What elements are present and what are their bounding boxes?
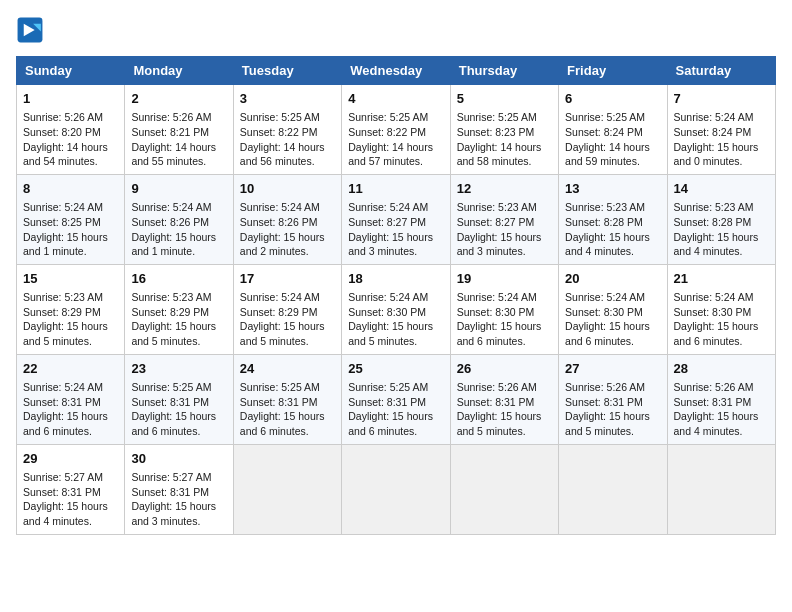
calendar-cell-empty [450, 444, 558, 534]
logo-icon [16, 16, 44, 44]
sunrise-text: Sunrise: 5:24 AM [23, 201, 103, 213]
sunset-text: Sunset: 8:31 PM [23, 396, 101, 408]
sunset-text: Sunset: 8:31 PM [348, 396, 426, 408]
daylight-text: Daylight: 14 hours and 59 minutes. [565, 141, 650, 168]
sunset-text: Sunset: 8:29 PM [240, 306, 318, 318]
sunrise-text: Sunrise: 5:24 AM [240, 201, 320, 213]
sunset-text: Sunset: 8:21 PM [131, 126, 209, 138]
daylight-text: Daylight: 15 hours and 1 minute. [131, 231, 216, 258]
sunrise-text: Sunrise: 5:24 AM [23, 381, 103, 393]
daylight-text: Daylight: 15 hours and 5 minutes. [348, 320, 433, 347]
calendar-cell: 30Sunrise: 5:27 AMSunset: 8:31 PMDayligh… [125, 444, 233, 534]
daylight-text: Daylight: 14 hours and 54 minutes. [23, 141, 108, 168]
day-number: 4 [348, 90, 443, 108]
sunrise-text: Sunrise: 5:26 AM [131, 111, 211, 123]
calendar-cell: 26Sunrise: 5:26 AMSunset: 8:31 PMDayligh… [450, 354, 558, 444]
calendar-cell: 16Sunrise: 5:23 AMSunset: 8:29 PMDayligh… [125, 264, 233, 354]
daylight-text: Daylight: 15 hours and 6 minutes. [674, 320, 759, 347]
sunset-text: Sunset: 8:31 PM [457, 396, 535, 408]
daylight-text: Daylight: 15 hours and 5 minutes. [240, 320, 325, 347]
sunrise-text: Sunrise: 5:25 AM [131, 381, 211, 393]
day-number: 19 [457, 270, 552, 288]
day-number: 27 [565, 360, 660, 378]
daylight-text: Daylight: 14 hours and 58 minutes. [457, 141, 542, 168]
calendar-week-row: 22Sunrise: 5:24 AMSunset: 8:31 PMDayligh… [17, 354, 776, 444]
calendar-cell: 21Sunrise: 5:24 AMSunset: 8:30 PMDayligh… [667, 264, 775, 354]
sunrise-text: Sunrise: 5:25 AM [565, 111, 645, 123]
daylight-text: Daylight: 15 hours and 6 minutes. [23, 410, 108, 437]
sunset-text: Sunset: 8:31 PM [565, 396, 643, 408]
day-number: 2 [131, 90, 226, 108]
sunset-text: Sunset: 8:25 PM [23, 216, 101, 228]
daylight-text: Daylight: 15 hours and 3 minutes. [457, 231, 542, 258]
sunrise-text: Sunrise: 5:23 AM [565, 201, 645, 213]
calendar-cell-empty [233, 444, 341, 534]
sunrise-text: Sunrise: 5:24 AM [674, 291, 754, 303]
sunrise-text: Sunrise: 5:23 AM [457, 201, 537, 213]
sunrise-text: Sunrise: 5:26 AM [565, 381, 645, 393]
sunset-text: Sunset: 8:30 PM [565, 306, 643, 318]
sunset-text: Sunset: 8:31 PM [674, 396, 752, 408]
day-number: 6 [565, 90, 660, 108]
day-number: 29 [23, 450, 118, 468]
day-number: 17 [240, 270, 335, 288]
calendar-cell: 2Sunrise: 5:26 AMSunset: 8:21 PMDaylight… [125, 85, 233, 175]
daylight-text: Daylight: 15 hours and 6 minutes. [240, 410, 325, 437]
day-header-friday: Friday [559, 57, 667, 85]
calendar-cell: 9Sunrise: 5:24 AMSunset: 8:26 PMDaylight… [125, 174, 233, 264]
day-number: 30 [131, 450, 226, 468]
calendar-table: SundayMondayTuesdayWednesdayThursdayFrid… [16, 56, 776, 535]
day-header-monday: Monday [125, 57, 233, 85]
day-header-sunday: Sunday [17, 57, 125, 85]
calendar-cell: 6Sunrise: 5:25 AMSunset: 8:24 PMDaylight… [559, 85, 667, 175]
day-header-saturday: Saturday [667, 57, 775, 85]
day-number: 23 [131, 360, 226, 378]
sunset-text: Sunset: 8:31 PM [131, 396, 209, 408]
day-number: 7 [674, 90, 769, 108]
calendar-cell: 5Sunrise: 5:25 AMSunset: 8:23 PMDaylight… [450, 85, 558, 175]
day-number: 11 [348, 180, 443, 198]
calendar-cell: 25Sunrise: 5:25 AMSunset: 8:31 PMDayligh… [342, 354, 450, 444]
sunrise-text: Sunrise: 5:25 AM [240, 111, 320, 123]
sunset-text: Sunset: 8:26 PM [131, 216, 209, 228]
sunset-text: Sunset: 8:31 PM [240, 396, 318, 408]
daylight-text: Daylight: 15 hours and 6 minutes. [131, 410, 216, 437]
daylight-text: Daylight: 15 hours and 4 minutes. [23, 500, 108, 527]
sunset-text: Sunset: 8:23 PM [457, 126, 535, 138]
day-number: 13 [565, 180, 660, 198]
sunset-text: Sunset: 8:28 PM [565, 216, 643, 228]
calendar-week-row: 1Sunrise: 5:26 AMSunset: 8:20 PMDaylight… [17, 85, 776, 175]
day-number: 9 [131, 180, 226, 198]
calendar-cell: 15Sunrise: 5:23 AMSunset: 8:29 PMDayligh… [17, 264, 125, 354]
day-number: 5 [457, 90, 552, 108]
calendar-cell: 18Sunrise: 5:24 AMSunset: 8:30 PMDayligh… [342, 264, 450, 354]
day-number: 26 [457, 360, 552, 378]
daylight-text: Daylight: 14 hours and 55 minutes. [131, 141, 216, 168]
day-number: 10 [240, 180, 335, 198]
sunset-text: Sunset: 8:27 PM [457, 216, 535, 228]
daylight-text: Daylight: 15 hours and 5 minutes. [23, 320, 108, 347]
sunset-text: Sunset: 8:20 PM [23, 126, 101, 138]
sunrise-text: Sunrise: 5:26 AM [457, 381, 537, 393]
calendar-cell: 28Sunrise: 5:26 AMSunset: 8:31 PMDayligh… [667, 354, 775, 444]
sunrise-text: Sunrise: 5:23 AM [674, 201, 754, 213]
sunset-text: Sunset: 8:24 PM [674, 126, 752, 138]
sunrise-text: Sunrise: 5:23 AM [131, 291, 211, 303]
daylight-text: Daylight: 15 hours and 5 minutes. [457, 410, 542, 437]
day-number: 28 [674, 360, 769, 378]
daylight-text: Daylight: 15 hours and 0 minutes. [674, 141, 759, 168]
day-header-tuesday: Tuesday [233, 57, 341, 85]
calendar-cell: 17Sunrise: 5:24 AMSunset: 8:29 PMDayligh… [233, 264, 341, 354]
sunset-text: Sunset: 8:26 PM [240, 216, 318, 228]
day-number: 8 [23, 180, 118, 198]
sunset-text: Sunset: 8:24 PM [565, 126, 643, 138]
sunrise-text: Sunrise: 5:25 AM [240, 381, 320, 393]
day-header-wednesday: Wednesday [342, 57, 450, 85]
sunset-text: Sunset: 8:30 PM [457, 306, 535, 318]
calendar-cell: 8Sunrise: 5:24 AMSunset: 8:25 PMDaylight… [17, 174, 125, 264]
sunrise-text: Sunrise: 5:25 AM [348, 381, 428, 393]
daylight-text: Daylight: 15 hours and 3 minutes. [131, 500, 216, 527]
page-header [16, 16, 776, 44]
day-number: 22 [23, 360, 118, 378]
day-number: 1 [23, 90, 118, 108]
